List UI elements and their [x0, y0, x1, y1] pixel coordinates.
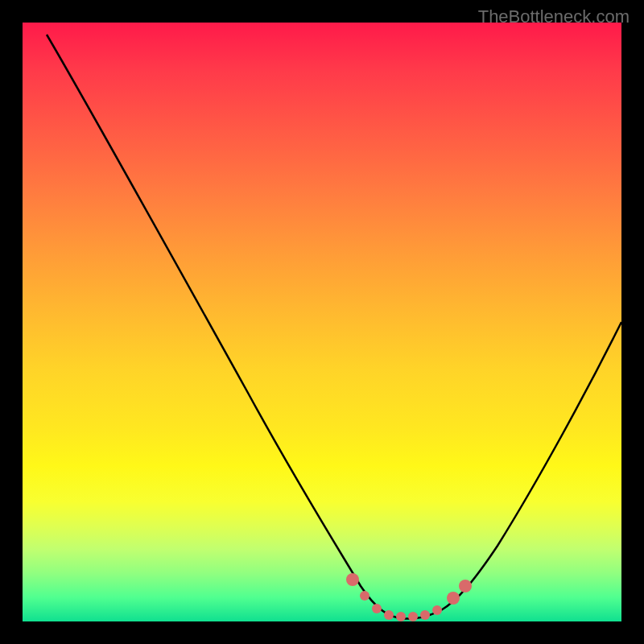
marker-dot: [346, 573, 359, 586]
marker-dot: [432, 605, 442, 615]
bottleneck-curve: [47, 35, 621, 619]
marker-dot: [447, 592, 460, 605]
marker-dot: [396, 612, 406, 621]
marker-dot: [459, 580, 472, 592]
marker-dot: [372, 604, 382, 613]
watermark-text: TheBottleneck.com: [478, 6, 630, 27]
marker-dot: [408, 612, 418, 621]
marker-dot: [420, 610, 430, 620]
marker-dot: [384, 610, 394, 620]
chart-plot-area: [23, 23, 621, 621]
marker-dot: [360, 591, 369, 601]
chart-curve-svg: [23, 23, 621, 621]
